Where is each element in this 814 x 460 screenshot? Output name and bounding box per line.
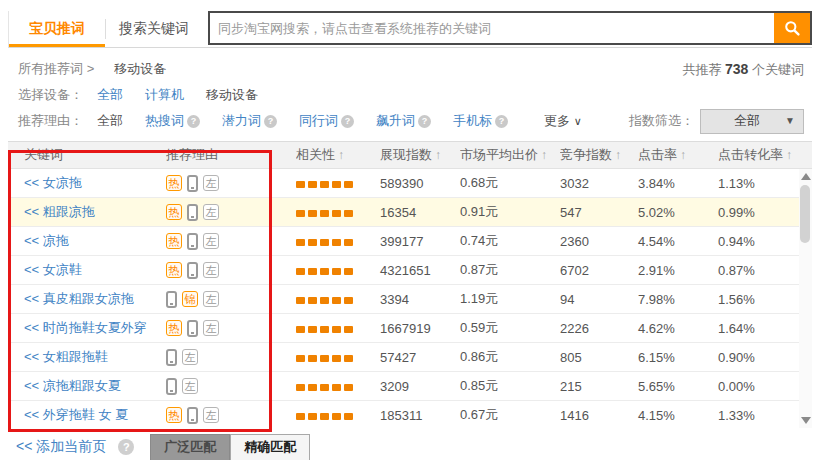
competition-index-value: 547: [560, 205, 638, 220]
device-filter-option[interactable]: 移动设备: [206, 82, 258, 108]
sort-arrow-icon[interactable]: ↑: [338, 148, 344, 162]
help-icon[interactable]: ?: [495, 115, 508, 128]
column-header[interactable]: 点击转化率↑: [718, 146, 812, 164]
impressions-value: 3209: [380, 379, 460, 394]
add-current-page-link[interactable]: << 添加当前页: [16, 438, 106, 456]
broad-match-button[interactable]: 广泛匹配: [150, 434, 230, 460]
vertical-scrollbar[interactable]: [799, 169, 812, 428]
keyword-link[interactable]: << 真皮粗跟女凉拖: [24, 291, 134, 306]
table-row[interactable]: << 凉拖热左3991770.74元23604.54%0.94%: [8, 227, 812, 256]
sort-arrow-icon[interactable]: ↑: [435, 148, 441, 162]
device-filter-option-label: 全部: [97, 82, 123, 108]
help-icon[interactable]: ?: [264, 115, 277, 128]
conversion-rate-value: 1.13%: [718, 176, 812, 191]
click-rate-value: 5.02%: [638, 205, 718, 220]
device-filter-option[interactable]: 全部: [97, 82, 123, 108]
sort-arrow-icon[interactable]: ↑: [615, 148, 621, 162]
conversion-rate-value: 0.00%: [718, 379, 812, 394]
scroll-down-icon[interactable]: [801, 417, 811, 424]
tab-item-recommend-words[interactable]: 宝贝推词: [9, 11, 105, 47]
column-header[interactable]: 竞争指数↑: [560, 146, 638, 164]
reason-filter-option[interactable]: 潜力词?: [222, 108, 277, 134]
breadcrumb-separator: >: [87, 61, 95, 76]
mobile-phone-icon: [187, 175, 198, 192]
help-icon[interactable]: ?: [118, 439, 134, 455]
relevance-bars: [296, 355, 353, 362]
table-row[interactable]: << 真皮粗跟女凉拖锦左33941.19元947.98%1.56%: [8, 285, 812, 314]
scrollbar-thumb[interactable]: [800, 185, 810, 243]
device-filter-option[interactable]: 计算机: [145, 82, 184, 108]
device-filter-label: 选择设备：: [18, 82, 83, 108]
sort-arrow-icon[interactable]: ↑: [786, 148, 792, 162]
reason-filter-option[interactable]: 热搜词?: [145, 108, 200, 134]
table-row[interactable]: << 凉拖粗跟女夏左32090.85元2155.65%0.00%: [8, 372, 812, 401]
keyword-link[interactable]: << 粗跟凉拖: [24, 204, 95, 219]
keyword-link[interactable]: << 时尚拖鞋女夏外穿: [24, 320, 147, 335]
column-header: 推荐理由: [166, 146, 296, 164]
reason-filter-option[interactable]: 手机标?: [453, 108, 508, 134]
device-filter-option-label: 计算机: [145, 82, 184, 108]
more-filters-button[interactable]: 更多 ∨: [544, 108, 582, 134]
search-input[interactable]: [210, 13, 774, 43]
left-badge-icon: 左: [203, 291, 219, 307]
column-header[interactable]: 点击率↑: [638, 146, 718, 164]
impressions-value: 3394: [380, 292, 460, 307]
reason-filter-option[interactable]: 飙升词?: [376, 108, 431, 134]
search-button[interactable]: [774, 13, 810, 43]
table-row[interactable]: << 时尚拖鞋女夏外穿热左16679190.59元22264.62%1.64%: [8, 314, 812, 343]
recommend-reason-badges: 热左: [166, 233, 296, 250]
column-header[interactable]: 展现指数↑: [380, 146, 460, 164]
keyword-link[interactable]: << 女凉拖: [24, 175, 82, 190]
mobile-phone-icon: [187, 262, 198, 279]
relevance-bars: [296, 326, 353, 333]
keyword-link[interactable]: << 外穿拖鞋 女 夏: [24, 407, 128, 422]
sort-arrow-icon[interactable]: ↑: [680, 148, 686, 162]
keyword-tool-page: 宝贝推词 搜索关键词 所有推荐词 > 移动设备: [0, 11, 814, 460]
impressions-value: 589390: [380, 176, 460, 191]
keyword-link[interactable]: << 女凉鞋: [24, 262, 82, 277]
exact-match-button[interactable]: 精确匹配: [230, 434, 310, 460]
sort-arrow-icon[interactable]: ↑: [541, 148, 547, 162]
relevance-bars: [296, 268, 353, 275]
table-row[interactable]: << 粗跟凉拖热左163540.91元5475.02%0.99%: [8, 198, 812, 227]
column-header[interactable]: 市场平均出价↑: [460, 146, 560, 164]
conversion-rate-value: 0.90%: [718, 350, 812, 365]
impressions-value: 16354: [380, 205, 460, 220]
index-filter-dropdown[interactable]: 全部 ▼: [700, 109, 804, 134]
column-header-label: 点击率: [638, 147, 677, 162]
help-icon[interactable]: ?: [341, 115, 354, 128]
keyword-link[interactable]: << 凉拖: [24, 233, 69, 248]
table-header: 关键词推荐理由相关性↑展现指数↑市场平均出价↑竞争指数↑点击率↑点击转化率↑: [8, 141, 812, 169]
table-row[interactable]: << 外穿拖鞋 女 夏热左1853110.67元14164.15%1.33%: [8, 401, 812, 428]
left-badge-icon: 左: [203, 407, 219, 423]
recommend-reason-badges: 热左: [166, 407, 296, 424]
hot-badge-icon: 热: [166, 204, 182, 220]
reason-filter-option[interactable]: 全部: [97, 108, 123, 134]
mobile-phone-icon: [166, 291, 177, 308]
jin-badge-icon: 锦: [182, 291, 198, 307]
hot-badge-icon: 热: [166, 407, 182, 423]
scroll-up-icon[interactable]: [801, 173, 811, 180]
help-icon[interactable]: ?: [187, 115, 200, 128]
column-header-label: 推荐理由: [166, 146, 218, 164]
reason-filter-options: 全部热搜词?潜力词?同行词?飙升词?手机标?: [97, 108, 530, 134]
click-rate-value: 6.15%: [638, 350, 718, 365]
table-row[interactable]: << 女凉拖热左5893900.68元30323.84%1.13%: [8, 169, 812, 198]
breadcrumb-root[interactable]: 所有推荐词: [18, 61, 83, 76]
help-icon[interactable]: ?: [418, 115, 431, 128]
reason-filter-option-label: 手机标: [453, 108, 492, 134]
tab-search-keywords[interactable]: 搜索关键词: [106, 11, 202, 47]
reason-filter-option[interactable]: 同行词?: [299, 108, 354, 134]
table-row[interactable]: << 女凉鞋热左43216510.87元67022.91%0.87%: [8, 256, 812, 285]
left-badge-icon: 左: [203, 320, 219, 336]
column-header[interactable]: 相关性↑: [296, 146, 380, 164]
recommend-reason-badges: 左: [166, 378, 296, 395]
competition-index-value: 2360: [560, 234, 638, 249]
keyword-link[interactable]: << 凉拖粗跟女夏: [24, 378, 121, 393]
table-row[interactable]: << 女粗跟拖鞋左574270.86元8056.15%0.90%: [8, 343, 812, 372]
reason-filter-row: 推荐理由： 全部热搜词?潜力词?同行词?飙升词?手机标? 更多 ∨ 指数筛选： …: [18, 108, 804, 134]
keyword-link[interactable]: << 女粗跟拖鞋: [24, 349, 108, 364]
avg-price-value: 0.91元: [460, 203, 560, 221]
search-box: [208, 11, 812, 45]
reason-filter-label: 推荐理由：: [18, 108, 83, 134]
